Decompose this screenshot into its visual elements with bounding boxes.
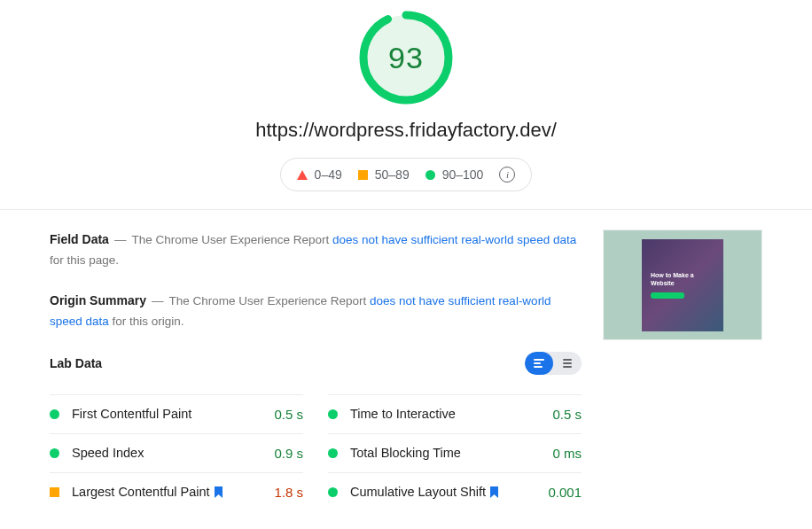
metric-row[interactable]: First Contentful Paint0.5 s [50, 394, 303, 433]
bookmark-icon [489, 486, 498, 498]
square-icon [358, 170, 368, 180]
origin-summary-title: Origin Summary [50, 293, 146, 307]
status-icon [328, 448, 338, 458]
metric-row[interactable]: Total Blocking Time0 ms [328, 433, 582, 472]
status-icon [50, 448, 59, 458]
metric-name: Time to Interactive [350, 407, 552, 421]
origin-summary-section: Origin Summary—The Chrome User Experienc… [50, 291, 582, 332]
field-data-link[interactable]: does not have sufficient real-world spee… [332, 233, 576, 246]
tested-url: https://wordpress.fridayfactory.dev/ [0, 119, 812, 142]
legend-poor: 0–49 [297, 167, 342, 182]
page-screenshot-thumbnail: How to Make aWebsite [603, 229, 762, 340]
metric-value: 1.8 s [274, 485, 303, 500]
view-toggle[interactable] [525, 352, 582, 375]
bookmark-icon [214, 486, 223, 498]
legend-good: 90–100 [426, 167, 484, 182]
triangle-icon [297, 170, 308, 180]
metric-name: First Contentful Paint [72, 407, 274, 421]
metric-row[interactable]: Speed Index0.9 s [50, 433, 303, 472]
circle-icon [426, 170, 435, 180]
metric-row[interactable]: Time to Interactive0.5 s [328, 394, 582, 433]
performance-score: 93 [388, 41, 424, 75]
legend-average: 50–89 [358, 167, 410, 182]
metric-value: 0 ms [552, 446, 582, 461]
metric-row[interactable]: Largest Contentful Paint1.8 s [50, 472, 303, 511]
field-data-title: Field Data [50, 232, 109, 246]
status-icon [50, 487, 59, 497]
performance-gauge: 93 [357, 9, 455, 106]
metric-value: 0.001 [548, 485, 582, 500]
status-icon [328, 487, 338, 497]
metric-value: 0.9 s [274, 446, 303, 461]
view-toggle-compact[interactable] [553, 352, 582, 375]
status-icon [50, 409, 59, 419]
metric-name: Speed Index [72, 446, 274, 460]
metric-value: 0.5 s [274, 407, 303, 422]
info-icon[interactable]: i [499, 167, 515, 183]
metric-name: Total Blocking Time [350, 446, 552, 460]
metric-row[interactable]: Cumulative Layout Shift0.001 [328, 472, 582, 511]
field-data-section: Field Data—The Chrome User Experience Re… [50, 229, 582, 271]
view-toggle-expanded[interactable] [525, 352, 553, 375]
metric-value: 0.5 s [552, 407, 582, 422]
score-legend: 0–49 50–89 90–100 i [280, 158, 533, 191]
status-icon [328, 409, 338, 419]
metric-name: Largest Contentful Paint [72, 485, 274, 499]
metric-name: Cumulative Layout Shift [350, 485, 548, 499]
lab-data-title: Lab Data [50, 356, 102, 370]
